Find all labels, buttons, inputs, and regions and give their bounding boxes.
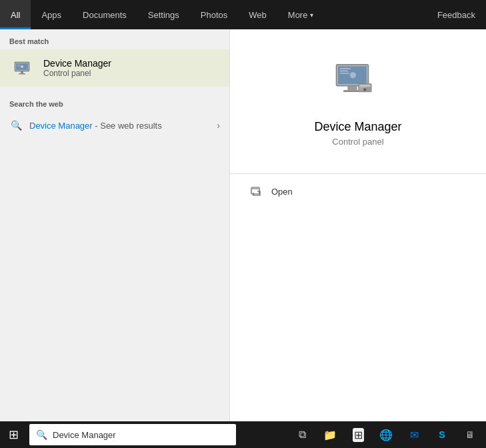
search-web-label: Search the web	[0, 92, 229, 112]
tab-documents[interactable]: Documents	[72, 0, 137, 29]
svg-rect-12	[340, 71, 349, 72]
search-icon: 🔍	[9, 119, 23, 132]
right-panel-subtitle: Control panel	[332, 137, 383, 147]
svg-rect-6	[17, 65, 21, 65]
feedback-button[interactable]: Feedback	[427, 0, 486, 29]
svg-rect-15	[347, 86, 357, 90]
left-panel: Best match Device Manager	[0, 29, 229, 421]
tab-more[interactable]: More ▾	[277, 0, 325, 29]
mail-button[interactable]: ✉	[401, 421, 427, 448]
tab-photos[interactable]: Photos	[190, 0, 238, 29]
svg-rect-24	[251, 187, 259, 189]
open-icon	[250, 185, 263, 198]
best-match-subtitle: Control panel	[43, 69, 111, 78]
file-explorer-button[interactable]: 📁	[317, 421, 343, 448]
skype-icon: S	[439, 429, 445, 440]
edge-icon: 🌐	[379, 429, 393, 441]
extra-app-button[interactable]: 🖥	[457, 421, 483, 448]
start-button[interactable]: ⊞	[0, 421, 27, 448]
svg-rect-18	[359, 85, 370, 87]
best-match-label: Best match	[0, 29, 229, 49]
svg-point-14	[350, 72, 356, 78]
svg-rect-7	[17, 66, 20, 67]
task-view-icon: ⧉	[299, 429, 306, 441]
device-manager-large-icon	[331, 56, 385, 109]
svg-rect-3	[21, 71, 23, 73]
best-match-item[interactable]: Device Manager Control panel	[0, 49, 229, 87]
open-label: Open	[271, 187, 293, 197]
right-panel-title: Device Manager	[314, 120, 401, 134]
tab-settings[interactable]: Settings	[137, 0, 190, 29]
mail-icon: ✉	[410, 429, 419, 441]
device-manager-icon	[11, 56, 35, 80]
chevron-down-icon: ▾	[310, 11, 313, 19]
edge-button[interactable]: 🌐	[373, 421, 399, 448]
app-icon: 🖥	[465, 429, 475, 440]
tab-apps[interactable]: Apps	[31, 0, 72, 29]
store-button[interactable]: ⊞	[345, 421, 371, 448]
search-web-section: Search the web 🔍 Device Manager - See we…	[0, 87, 229, 139]
svg-rect-4	[19, 73, 25, 75]
divider	[230, 173, 486, 174]
windows-icon: ⊞	[9, 427, 19, 442]
search-web-text: Device Manager - See web results	[29, 121, 162, 131]
tab-web[interactable]: Web	[238, 0, 277, 29]
tab-all[interactable]: All	[0, 0, 31, 29]
open-action[interactable]: Open	[230, 179, 486, 203]
best-match-title: Device Manager	[43, 58, 111, 69]
svg-rect-11	[340, 68, 351, 69]
svg-rect-13	[340, 73, 349, 74]
store-icon: ⊞	[353, 428, 364, 442]
taskbar: ⊞ 🔍 ⧉ 📁 ⊞ 🌐 ✉ S 🖥	[0, 421, 486, 448]
taskbar-search-box[interactable]: 🔍	[29, 424, 236, 445]
search-web-item[interactable]: 🔍 Device Manager - See web results ›	[0, 112, 229, 139]
right-panel: Device Manager Control panel Open	[229, 29, 486, 421]
svg-point-22	[364, 89, 366, 91]
folder-icon: 📁	[323, 429, 337, 441]
task-view-button[interactable]: ⧉	[289, 421, 315, 448]
skype-button[interactable]: S	[429, 421, 455, 448]
right-panel-top: Device Manager Control panel	[230, 29, 486, 173]
nav-bar: All Apps Documents Settings Photos Web M…	[0, 0, 486, 29]
taskbar-icons: ⧉ 📁 ⊞ 🌐 ✉ S 🖥	[289, 421, 486, 448]
chevron-right-icon: ›	[217, 120, 220, 131]
taskbar-search-input[interactable]	[53, 430, 229, 440]
taskbar-search-icon: 🔍	[36, 429, 47, 440]
main-content: Best match Device Manager	[0, 29, 486, 421]
svg-point-5	[21, 65, 23, 68]
